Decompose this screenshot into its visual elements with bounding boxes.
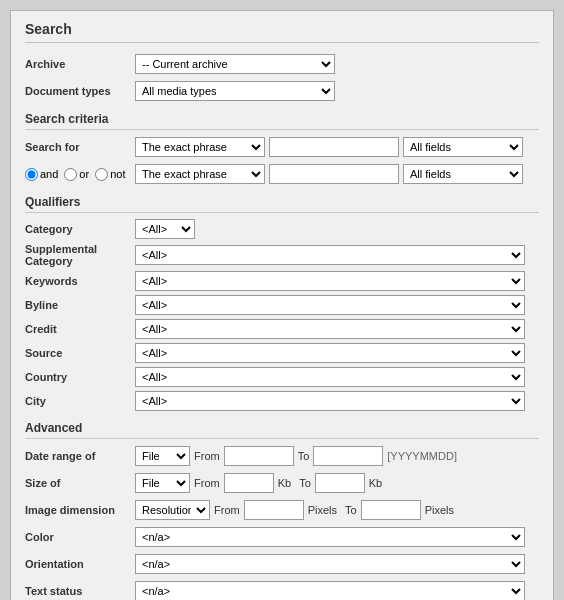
date-to-input[interactable] xyxy=(313,446,383,466)
size-to-input[interactable] xyxy=(315,473,365,493)
row2-phrase-select[interactable]: The exact phrase xyxy=(135,164,265,184)
radio-not[interactable] xyxy=(95,168,108,181)
document-types-select[interactable]: All media types xyxy=(135,81,335,101)
archive-label: Archive xyxy=(25,58,135,70)
search-for-field-select[interactable]: All fields xyxy=(403,137,523,157)
text-status-row: Text status <n/a> xyxy=(25,580,539,600)
boolean-row: and or not The exact phrase All fields xyxy=(25,163,539,185)
size-to-kb: Kb xyxy=(369,477,382,489)
date-range-label: Date range of xyxy=(25,450,135,462)
city-label: City xyxy=(25,395,135,407)
credit-select[interactable]: <All> xyxy=(135,319,525,339)
supplemental-label: Supplemental Category xyxy=(25,243,135,267)
orientation-select[interactable]: <n/a> xyxy=(135,554,525,574)
image-dim-from-label: From xyxy=(214,504,240,516)
advanced-section-title: Advanced xyxy=(25,421,539,439)
row2-field-select[interactable]: All fields xyxy=(403,164,523,184)
date-from-input[interactable] xyxy=(224,446,294,466)
image-dim-to-input[interactable] xyxy=(361,500,421,520)
search-panel: Search Archive -- Current archive Docume… xyxy=(10,10,554,600)
category-label: Category xyxy=(25,223,135,235)
qualifiers-section-title: Qualifiers xyxy=(25,195,539,213)
image-dim-row: Image dimension Resolution From Pixels T… xyxy=(25,499,539,521)
size-to-label: To xyxy=(299,477,311,489)
search-for-text-input[interactable] xyxy=(269,137,399,157)
date-range-row: Date range of File From To [YYYYMMDD] xyxy=(25,445,539,467)
country-select[interactable]: <All> xyxy=(135,367,525,387)
category-select[interactable]: <All> xyxy=(135,219,195,239)
credit-label: Credit xyxy=(25,323,135,335)
image-dim-to-pixels: Pixels xyxy=(425,504,454,516)
size-from-input[interactable] xyxy=(224,473,274,493)
city-select[interactable]: <All> xyxy=(135,391,525,411)
radio-not-label[interactable]: not xyxy=(95,168,125,181)
document-types-row: Document types All media types xyxy=(25,80,539,102)
supplemental-row: Supplemental Category <All> xyxy=(25,243,539,267)
image-dim-from-input[interactable] xyxy=(244,500,304,520)
city-row: City <All> xyxy=(25,391,539,411)
country-row: Country <All> xyxy=(25,367,539,387)
color-row: Color <n/a> xyxy=(25,526,539,548)
image-dim-type-select[interactable]: Resolution xyxy=(135,500,210,520)
radio-and-label[interactable]: and xyxy=(25,168,58,181)
size-label: Size of xyxy=(25,477,135,489)
byline-row: Byline <All> xyxy=(25,295,539,315)
source-label: Source xyxy=(25,347,135,359)
date-to-label: To xyxy=(298,450,310,462)
color-label: Color xyxy=(25,531,135,543)
keywords-row: Keywords <All> xyxy=(25,271,539,291)
archive-select[interactable]: -- Current archive xyxy=(135,54,335,74)
document-types-label: Document types xyxy=(25,85,135,97)
orientation-label: Orientation xyxy=(25,558,135,570)
text-status-select[interactable]: <n/a> xyxy=(135,581,525,600)
size-from-label: From xyxy=(194,477,220,489)
size-from-kb: Kb xyxy=(278,477,291,489)
text-status-label: Text status xyxy=(25,585,135,597)
radio-and[interactable] xyxy=(25,168,38,181)
image-dim-to-label: To xyxy=(345,504,357,516)
date-from-label: From xyxy=(194,450,220,462)
panel-title: Search xyxy=(25,21,539,43)
byline-select[interactable]: <All> xyxy=(135,295,525,315)
archive-row: Archive -- Current archive xyxy=(25,53,539,75)
category-row: Category <All> xyxy=(25,219,539,239)
keywords-label: Keywords xyxy=(25,275,135,287)
search-for-label: Search for xyxy=(25,141,135,153)
radio-or[interactable] xyxy=(64,168,77,181)
color-select[interactable]: <n/a> xyxy=(135,527,525,547)
search-for-phrase-select[interactable]: The exact phrase xyxy=(135,137,265,157)
orientation-row: Orientation <n/a> xyxy=(25,553,539,575)
country-label: Country xyxy=(25,371,135,383)
source-select[interactable]: <All> xyxy=(135,343,525,363)
credit-row: Credit <All> xyxy=(25,319,539,339)
image-dim-label: Image dimension xyxy=(25,504,135,516)
search-criteria-section-title: Search criteria xyxy=(25,112,539,130)
radio-or-label[interactable]: or xyxy=(64,168,89,181)
size-row: Size of File From Kb To Kb xyxy=(25,472,539,494)
row2-text-input[interactable] xyxy=(269,164,399,184)
date-range-type-select[interactable]: File xyxy=(135,446,190,466)
source-row: Source <All> xyxy=(25,343,539,363)
boolean-radio-group: and or not xyxy=(25,168,135,181)
size-type-select[interactable]: File xyxy=(135,473,190,493)
image-dim-from-pixels: Pixels xyxy=(308,504,337,516)
supplemental-select[interactable]: <All> xyxy=(135,245,525,265)
keywords-select[interactable]: <All> xyxy=(135,271,525,291)
date-hint: [YYYYMMDD] xyxy=(387,450,457,462)
byline-label: Byline xyxy=(25,299,135,311)
search-for-row: Search for The exact phrase All fields xyxy=(25,136,539,158)
